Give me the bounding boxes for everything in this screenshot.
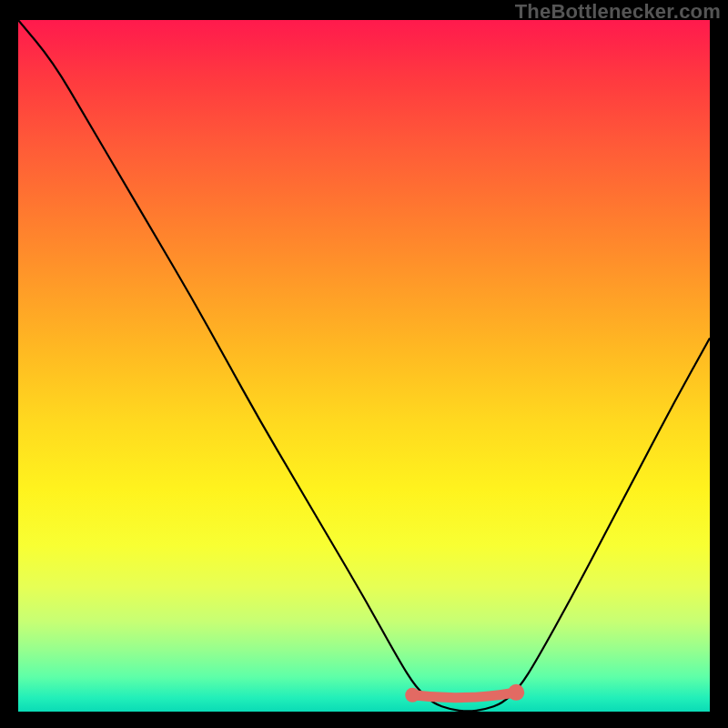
optimal-marker-dot-left bbox=[405, 688, 420, 703]
optimal-marker-dot-right bbox=[508, 684, 524, 701]
chart-svg bbox=[18, 20, 710, 712]
bottleneck-curve bbox=[18, 20, 710, 711]
attribution-label: TheBottlenecker.com bbox=[515, 0, 721, 24]
chart-frame: TheBottlenecker.com bbox=[0, 0, 728, 728]
optimal-range-marker bbox=[412, 693, 516, 698]
chart-plot-area bbox=[18, 20, 710, 712]
